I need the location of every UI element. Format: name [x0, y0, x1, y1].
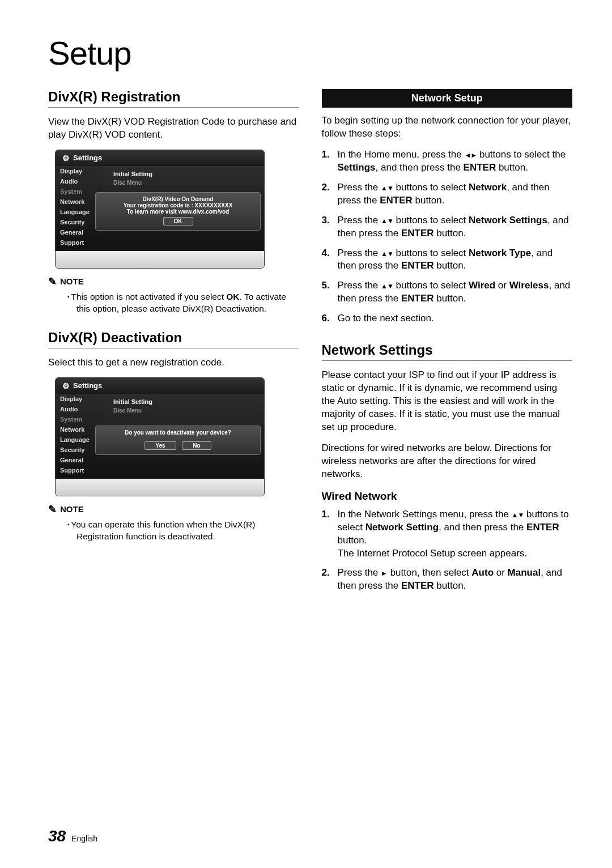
ok-button[interactable]: OK: [163, 217, 193, 225]
initial-setting-label: Initial Setting: [113, 169, 264, 178]
network-settings-heading: Network Settings: [322, 342, 573, 358]
sidebar-item-audio[interactable]: Audio: [56, 176, 102, 186]
sidebar-item-support[interactable]: Support: [56, 465, 102, 475]
deactivation-popup: Do you want to deactivate your device? Y…: [95, 426, 261, 455]
note-label: ✎ NOTE: [48, 503, 299, 516]
popup-line-1: DivX(R) Video On Demand: [100, 196, 256, 202]
dialog-header: Settings: [56, 378, 264, 394]
page-lang: English: [71, 834, 97, 843]
registration-note: This option is not activated if you sele…: [76, 291, 299, 315]
rule: [48, 107, 299, 108]
page-number: 38: [48, 827, 66, 845]
deactivation-note: You can operate this function when the D…: [76, 519, 299, 543]
hand-icon: ✎: [48, 275, 57, 288]
step-5: Press the buttons to select Wired or Wir…: [322, 279, 573, 305]
wired-network-heading: Wired Network: [322, 490, 573, 503]
sidebar-item-display[interactable]: Display: [56, 166, 102, 176]
wired-step-2: Press the button, then select Auto or Ma…: [322, 567, 573, 593]
up-down-arrows-icon: [512, 509, 524, 520]
network-settings-body-2: Directions for wired networks are below.…: [322, 442, 573, 481]
registration-popup: DivX(R) Video On Demand Your registratio…: [95, 192, 261, 231]
sidebar-item-audio[interactable]: Audio: [56, 404, 102, 414]
rule: [48, 348, 299, 348]
dialog-footer: [56, 479, 264, 496]
up-down-arrows-icon: [381, 182, 393, 193]
network-setup-banner: Network Setup: [322, 89, 573, 108]
gear-icon: [62, 381, 70, 390]
step-2: Press the buttons to select Network, and…: [322, 181, 573, 207]
network-settings-body-1: Please contact your ISP to find out if y…: [322, 369, 573, 434]
note-text: NOTE: [60, 276, 84, 286]
popup-line-3: To learn more visit www.divx.com/vod: [100, 209, 256, 215]
wired-network-steps: In the Network Settings menu, press the …: [322, 508, 573, 593]
dialog-footer: [56, 251, 264, 268]
up-down-arrows-icon: [381, 215, 393, 225]
dialog-title: Settings: [73, 154, 102, 162]
rule: [322, 360, 573, 361]
right-column: Network Setup To begin setting up the ne…: [322, 89, 573, 599]
left-column: DivX(R) Registration View the DivX(R) VO…: [48, 89, 299, 599]
step-6: Go to the next section.: [322, 312, 573, 325]
wired-step-1: In the Network Settings menu, press the …: [322, 508, 573, 560]
popup-line-1: Do you want to deactivate your device?: [100, 429, 256, 436]
note-text: NOTE: [60, 504, 84, 514]
divxr-registration-heading: DivX(R) Registration: [48, 89, 299, 105]
initial-setting-label: Initial Setting: [113, 397, 264, 406]
note-label: ✎ NOTE: [48, 275, 299, 288]
sidebar-item-general[interactable]: General: [56, 455, 102, 465]
step-4: Press the buttons to select Network Type…: [322, 247, 573, 273]
divxr-registration-body: View the DivX(R) VOD Registration Code t…: [48, 116, 299, 142]
page-footer: 38 English: [48, 827, 97, 845]
settings-dialog-registration: Settings Display Audio System Network La…: [55, 150, 265, 269]
divxr-deactivation-body: Select this to get a new registration co…: [48, 356, 299, 369]
divxr-deactivation-heading: DivX(R) Deactivation: [48, 330, 299, 346]
sidebar-item-system[interactable]: System: [56, 414, 102, 424]
page-title: Setup: [48, 34, 572, 72]
network-setup-intro: To begin setting up the network connecti…: [322, 114, 573, 141]
disc-menu-label: Disc Menu: [113, 406, 264, 415]
up-down-arrows-icon: [381, 248, 393, 258]
up-down-arrows-icon: [381, 280, 393, 291]
gear-icon: [62, 154, 70, 163]
settings-dialog-deactivation: Settings Display Audio System Network La…: [55, 377, 265, 496]
left-right-arrows-icon: [464, 149, 477, 160]
dialog-title: Settings: [73, 381, 102, 390]
dialog-header: Settings: [56, 150, 264, 166]
step-3: Press the buttons to select Network Sett…: [322, 214, 573, 240]
no-button[interactable]: No: [182, 441, 211, 450]
sidebar-item-support[interactable]: Support: [56, 237, 102, 248]
disc-menu-label: Disc Menu: [113, 178, 264, 187]
yes-button[interactable]: Yes: [144, 441, 176, 450]
popup-line-2: Your registration code is : XXXXXXXXXX: [100, 202, 256, 209]
sidebar-item-display[interactable]: Display: [56, 394, 102, 404]
hand-icon: ✎: [48, 503, 57, 516]
network-setup-steps: In the Home menu, press the buttons to s…: [322, 148, 573, 325]
right-arrow-icon: [381, 567, 388, 578]
step-1: In the Home menu, press the buttons to s…: [322, 148, 573, 175]
